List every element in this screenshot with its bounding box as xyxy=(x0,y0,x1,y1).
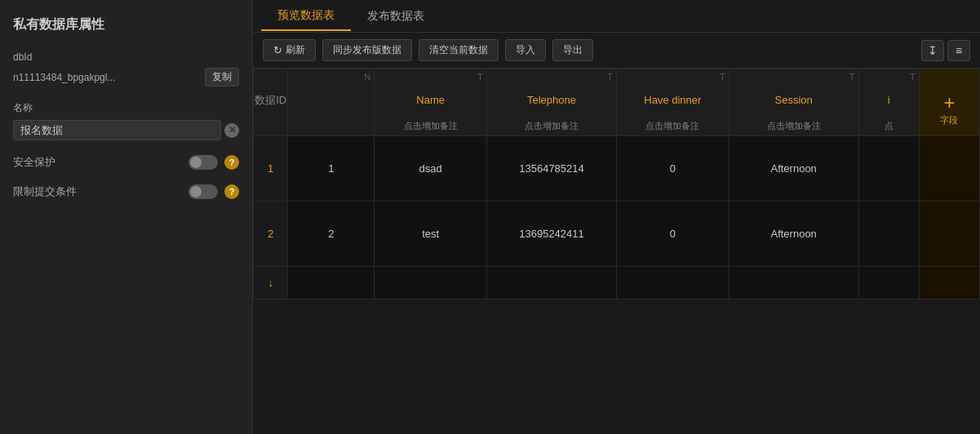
th-note-telephone[interactable]: 点击增加备注 xyxy=(487,117,617,136)
row2-add xyxy=(919,202,979,267)
row1-add xyxy=(919,136,979,202)
th-note-dataid xyxy=(288,117,375,136)
table-row: 1 1 dsad 13564785214 0 Afternoon xyxy=(254,136,980,202)
row2-telephone: 13695242411 xyxy=(487,202,617,267)
add-field-cell[interactable]: + 字段 xyxy=(919,84,979,136)
add-field-plus-icon: + xyxy=(943,93,955,113)
th-type-extra: T xyxy=(858,69,919,84)
th-type-add xyxy=(919,69,979,84)
row3-session xyxy=(729,267,858,299)
row2-dataid: 2 xyxy=(288,202,375,267)
th-type-dinner: T xyxy=(616,69,729,84)
th-name-session[interactable]: Session xyxy=(729,84,858,117)
row2-session: Afternoon xyxy=(729,202,858,267)
row2-idx: 2 xyxy=(254,202,288,267)
th-type-name: T xyxy=(375,69,487,84)
limit-help-icon[interactable]: ? xyxy=(224,184,239,199)
table-row-empty: ↓ xyxy=(254,267,980,299)
row1-dataid: 1 xyxy=(288,136,375,202)
row2-dinner: 0 xyxy=(616,202,729,267)
refresh-icon: ↻ xyxy=(273,44,282,56)
row3-telephone xyxy=(487,267,617,299)
row3-add xyxy=(919,267,979,299)
dbid-label: dbId xyxy=(13,51,239,63)
limit-toggle-knob xyxy=(190,186,202,197)
import-button[interactable]: 导入 xyxy=(505,39,546,61)
copy-button[interactable]: 复制 xyxy=(205,68,239,86)
row3-dinner xyxy=(616,267,729,299)
sort-desc-button[interactable]: ≡ xyxy=(947,40,970,61)
tabs: 预览数据表 发布数据表 xyxy=(253,0,980,33)
refresh-button[interactable]: ↻ 刷新 xyxy=(263,39,316,61)
add-field-label: 字段 xyxy=(940,114,958,126)
export-button[interactable]: 导出 xyxy=(552,39,593,61)
tab-publish[interactable]: 发布数据表 xyxy=(351,2,441,30)
row1-session: Afternoon xyxy=(729,136,858,202)
data-table: N T T T T T 数据ID Name Telephone Have din… xyxy=(253,69,980,299)
row1-telephone: 13564785214 xyxy=(487,136,617,202)
sidebar-title: 私有数据库属性 xyxy=(13,16,239,33)
th-note-extra[interactable]: 点 xyxy=(858,117,919,136)
th-name-dataid xyxy=(288,84,375,117)
sort-icons: ↧ ≡ xyxy=(921,40,970,61)
header-row: 数据ID Name Telephone Have dinner Session … xyxy=(254,84,980,117)
limit-row: 限制提交条件 ? xyxy=(13,184,239,199)
toolbar: ↻ 刷新 同步发布版数据 清空当前数据 导入 导出 ↧ ≡ xyxy=(253,33,980,69)
limit-toggle[interactable] xyxy=(188,184,218,199)
table-wrapper: N T T T T T 数据ID Name Telephone Have din… xyxy=(253,69,980,434)
table-row: 2 2 test 13695242411 0 Afternoon xyxy=(254,202,980,267)
sync-button[interactable]: 同步发布版数据 xyxy=(322,39,412,61)
security-help-icon[interactable]: ? xyxy=(224,155,239,170)
th-name-idx: 数据ID xyxy=(254,84,288,117)
add-field-button[interactable]: + 字段 xyxy=(920,84,979,136)
dbid-section: dbId n11113484_bpgakpgl... 复制 xyxy=(13,51,239,86)
th-name-name[interactable]: Name xyxy=(375,84,487,117)
th-note-idx xyxy=(254,117,288,136)
th-type-telephone: T xyxy=(487,69,617,84)
table-body: 1 1 dsad 13564785214 0 Afternoon 2 2 tes… xyxy=(254,136,980,299)
security-row: 安全保护 ? xyxy=(13,155,239,170)
dbid-value: n11113484_bpgakpgl... xyxy=(13,72,198,83)
clear-icon[interactable]: ✕ xyxy=(224,123,239,138)
security-toggle[interactable] xyxy=(188,155,218,170)
sidebar: 私有数据库属性 dbId n11113484_bpgakpgl... 复制 名称… xyxy=(0,0,253,434)
security-toggle-knob xyxy=(190,157,202,168)
th-name-telephone[interactable]: Telephone xyxy=(487,84,617,117)
sort-asc-button[interactable]: ↧ xyxy=(921,40,944,61)
row3-name xyxy=(375,267,487,299)
table-head: N T T T T T 数据ID Name Telephone Have din… xyxy=(254,69,980,136)
row1-dinner: 0 xyxy=(616,136,729,202)
limit-label: 限制提交条件 xyxy=(13,184,77,199)
row3-dataid xyxy=(288,267,375,299)
row3-idx: ↓ xyxy=(254,267,288,299)
row1-idx: 1 xyxy=(254,136,288,202)
row1-name: dsad xyxy=(375,136,487,202)
security-label: 安全保护 xyxy=(13,155,55,170)
th-note-session[interactable]: 点击增加备注 xyxy=(729,117,858,136)
th-note-dinner[interactable]: 点击增加备注 xyxy=(616,117,729,136)
th-type-dataid: N xyxy=(288,69,375,84)
dbid-row: n11113484_bpgakpgl... 复制 xyxy=(13,68,239,86)
type-row: N T T T T T xyxy=(254,69,980,84)
th-name-dinner[interactable]: Have dinner xyxy=(616,84,729,117)
name-label: 名称 xyxy=(13,101,239,115)
row2-extra xyxy=(858,202,919,267)
security-toggle-group: ? xyxy=(188,155,239,170)
clear-button[interactable]: 清空当前数据 xyxy=(419,39,499,61)
th-name-extra[interactable]: i xyxy=(858,84,919,117)
main-area: 预览数据表 发布数据表 ↻ 刷新 同步发布版数据 清空当前数据 导入 导出 ↧ … xyxy=(253,0,980,434)
th-note-name[interactable]: 点击增加备注 xyxy=(375,117,487,136)
name-section: 名称 ✕ xyxy=(13,101,239,140)
th-type-idx xyxy=(254,69,288,84)
name-input-row: ✕ xyxy=(13,120,239,140)
name-input[interactable] xyxy=(13,120,221,140)
limit-toggle-group: ? xyxy=(188,184,239,199)
row3-extra xyxy=(858,267,919,299)
th-type-session: T xyxy=(729,69,858,84)
row2-name: test xyxy=(375,202,487,267)
note-row: 点击增加备注 点击增加备注 点击增加备注 点击增加备注 点 xyxy=(254,117,980,136)
row1-extra xyxy=(858,136,919,202)
tab-preview[interactable]: 预览数据表 xyxy=(261,2,351,31)
